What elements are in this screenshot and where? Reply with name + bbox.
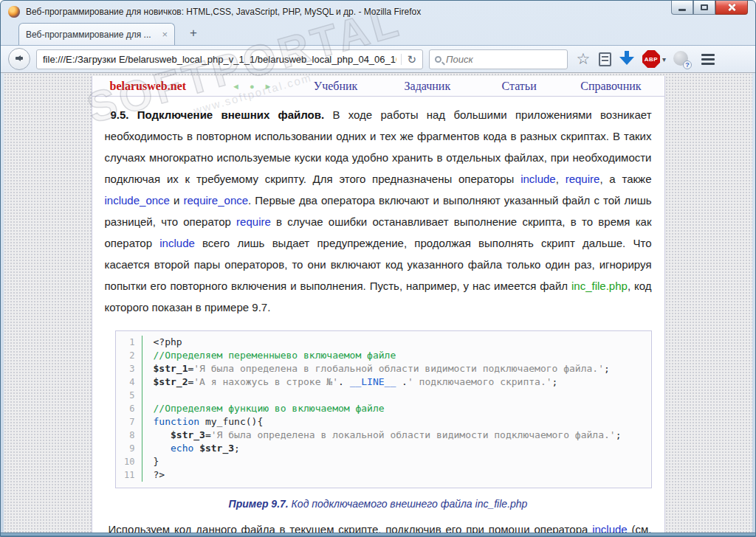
- url-text[interactable]: file:///E:/Загрузки E/belarusweb_local_p…: [43, 54, 396, 65]
- url-bar[interactable]: file:///E:/Загрузки E/belarusweb_local_p…: [36, 49, 423, 69]
- inline-link[interactable]: require: [566, 173, 600, 185]
- inline-link[interactable]: include: [592, 523, 628, 533]
- back-icon: [15, 55, 24, 63]
- active-tab[interactable]: Веб-программирование для ... ×: [18, 23, 175, 45]
- code-text: $str_3='Я была определена в локальной об…: [154, 429, 622, 442]
- nav-link-zadachnik[interactable]: Задачник: [382, 80, 473, 93]
- extension-icon: ?: [672, 50, 691, 68]
- text-segment: [154, 429, 171, 440]
- new-tab-button[interactable]: +: [184, 25, 203, 41]
- text-segment: $str_1: [154, 363, 188, 374]
- site-nav: belarusweb.net ◄ ● ► Учебник Задачник Ст…: [92, 76, 664, 97]
- text-segment: .: [338, 376, 350, 387]
- code-line: 4$str_2='А я нахожусь в строке №'. __LIN…: [116, 375, 651, 389]
- nav-next-icon[interactable]: ►: [264, 82, 272, 91]
- inline-link[interactable]: require: [236, 215, 271, 228]
- text-segment: __LINE__: [350, 376, 396, 387]
- text-segment: //Определяем функцию во включаемом файле: [154, 403, 385, 414]
- clipboard-icon: [599, 52, 611, 66]
- download-arrow-icon: [617, 51, 636, 67]
- code-text: $str_2='А я нахожусь в строке №'. __LINE…: [154, 375, 558, 389]
- chevron-down-icon: ▾: [662, 55, 666, 63]
- window-title: Веб-программирование для новичков: HTML,…: [26, 7, 421, 17]
- close-button[interactable]: [715, 1, 748, 15]
- abp-icon: ABP: [642, 50, 660, 68]
- site-brand[interactable]: belarusweb.net: [110, 80, 187, 93]
- reload-icon[interactable]: ↻: [401, 54, 416, 65]
- text-segment: $str_2: [154, 376, 188, 387]
- close-icon: [727, 3, 736, 12]
- code-text: $str_1='Я была определена в глобальной о…: [154, 362, 610, 375]
- code-text: function my_func(){: [154, 415, 264, 429]
- firefox-icon: [8, 6, 20, 18]
- inline-link[interactable]: include_once: [105, 194, 170, 207]
- text-segment: my_func(){: [199, 416, 263, 427]
- inline-link[interactable]: include: [520, 173, 556, 185]
- nav-prev-icon[interactable]: ◄: [232, 82, 240, 91]
- code-line: 7function my_func(){: [116, 415, 651, 429]
- maximize-button[interactable]: [693, 1, 715, 15]
- hamburger-icon: [697, 54, 719, 65]
- code-line: 9 echo $str_3;: [116, 442, 651, 455]
- page-viewport[interactable]: belarusweb.net ◄ ● ► Учебник Задачник Ст…: [4, 73, 752, 533]
- article-body: 9.5. Подключение внешних файлов. В ходе …: [92, 97, 664, 533]
- line-number: 11: [116, 468, 142, 482]
- text-segment: echo: [171, 443, 193, 454]
- code-text: //Определяем переменныево включаемом фай…: [154, 349, 396, 362]
- nav-link-uchebnik[interactable]: Учебник: [290, 80, 382, 93]
- window-titlebar[interactable]: Веб-программирование для новичков: HTML,…: [1, 1, 755, 20]
- nav-link-statyi[interactable]: Статьи: [473, 80, 565, 93]
- nav-toolbar: file:///E:/Загрузки E/belarusweb_local_p…: [1, 45, 755, 73]
- adblock-button[interactable]: ABP ▾: [642, 48, 666, 70]
- text-segment: =: [205, 429, 211, 440]
- text-segment: ' подключаемого скрипта.': [408, 376, 552, 387]
- search-input[interactable]: [446, 54, 562, 65]
- tab-bar: Веб-программирование для ... × +: [1, 20, 755, 45]
- line-number: 6: [116, 402, 142, 415]
- line-number: 2: [116, 349, 142, 362]
- text-segment: inc_file.php: [571, 280, 628, 292]
- text-segment: 'А я нахожусь в строке №': [193, 376, 338, 387]
- site-nav-links: Учебник Задачник Статьи Справочник: [290, 80, 657, 93]
- code-text: //Определяем функцию во включаемом файле: [154, 402, 385, 415]
- code-line: 2//Определяем переменныево включаемом фа…: [116, 349, 651, 362]
- line-number: 1: [116, 336, 142, 349]
- back-button[interactable]: [8, 48, 30, 70]
- code-line: 8 $str_3='Я была определена в локальной …: [116, 429, 651, 442]
- browser-window: Веб-программирование для новичков: HTML,…: [0, 0, 756, 537]
- window-bottom-border: [1, 533, 755, 536]
- text-segment: $str_3: [171, 429, 205, 440]
- code-caption: Пример 9.7. Код подключаемого внешнего ф…: [105, 498, 652, 510]
- text-segment: function: [154, 416, 200, 427]
- line-number: 10: [116, 455, 142, 468]
- maximize-icon: [701, 4, 708, 10]
- code-line: 3$str_1='Я была определена в глобальной …: [116, 362, 651, 375]
- nav-arrows: ◄ ● ►: [232, 82, 272, 91]
- text-segment: ;: [234, 443, 240, 454]
- line-number: 3: [116, 362, 142, 375]
- line-number: 7: [116, 415, 142, 429]
- reading-list-button[interactable]: [599, 48, 611, 70]
- line-number: 4: [116, 375, 142, 389]
- nav-link-spravochnik[interactable]: Справочник: [565, 80, 656, 93]
- nav-up-icon[interactable]: ●: [250, 82, 255, 91]
- code-text: }: [154, 455, 159, 468]
- line-number: 9: [116, 442, 142, 455]
- minimize-icon: [678, 9, 686, 11]
- minimize-button[interactable]: [671, 1, 693, 15]
- inline-link[interactable]: require_once: [184, 194, 249, 207]
- text-segment: //Определяем переменныево включаемом фай…: [154, 350, 396, 361]
- code-line: 10}: [116, 455, 651, 468]
- downloads-button[interactable]: [617, 48, 636, 70]
- bookmark-star-icon[interactable]: ☆: [574, 48, 593, 70]
- tab-close-icon[interactable]: ×: [157, 30, 168, 39]
- extension-button[interactable]: ?: [672, 48, 691, 70]
- text-segment: ;: [552, 376, 558, 387]
- text-segment: ;: [616, 429, 622, 440]
- menu-button[interactable]: [697, 48, 719, 70]
- text-segment: [193, 443, 199, 454]
- tab-title: Веб-программирование для ...: [26, 30, 151, 40]
- inline-link[interactable]: include: [159, 237, 195, 249]
- search-box[interactable]: [429, 49, 568, 69]
- text-segment: Пример 9.7.: [229, 498, 289, 510]
